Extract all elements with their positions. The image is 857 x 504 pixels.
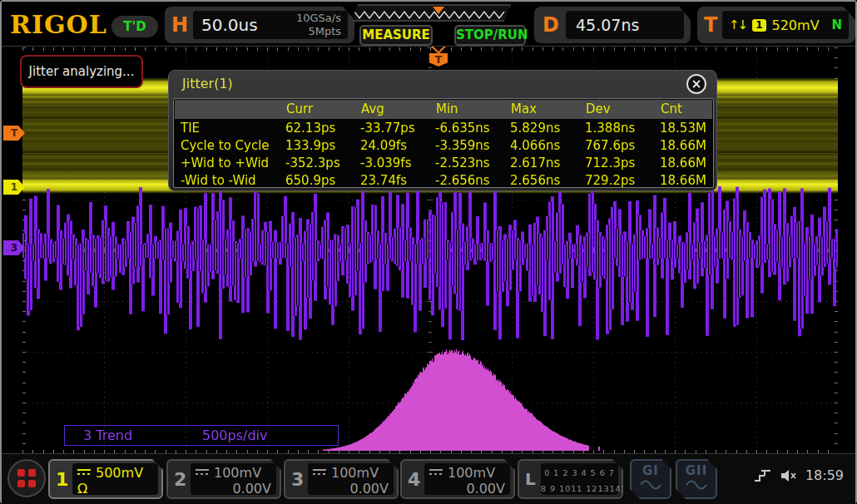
- channel-1-screen: 500mV Ω +640mV: [72, 463, 158, 495]
- channel-4-scale: 100mV: [448, 465, 495, 481]
- delay-label: D: [542, 13, 559, 37]
- channel-3-offset: 0.00V: [313, 481, 389, 497]
- table-row: +Wid to +Wid-352.3ps-3.039fs-2.523ns2.61…: [174, 155, 713, 172]
- col-max: Max: [511, 100, 586, 119]
- trigger-label: T: [704, 13, 717, 37]
- top-bar: RIGOL T'D H 50.0us 10GSa/s 5Mpts MEASURE…: [2, 2, 855, 47]
- trigger-screen: ↑↓ 1 520mV N: [722, 11, 849, 39]
- col-dev: Dev: [586, 100, 661, 119]
- trigger-mode: N: [831, 17, 842, 32]
- close-icon[interactable]: ×: [686, 74, 706, 94]
- trend-scale-label: 3 Trend 500ps/div: [64, 425, 339, 446]
- sample-rate: 10GSa/s: [296, 12, 341, 25]
- timebase-value: 50.0us: [201, 15, 258, 35]
- channel-2-number: 2: [174, 469, 186, 490]
- generator-2-button[interactable]: GII: [676, 459, 717, 499]
- dc-coupling-icon: [77, 469, 91, 476]
- digital-edge-icon: [754, 468, 772, 483]
- clock-time: 18:59: [805, 467, 844, 483]
- channel-4-offset: 0.00V: [429, 481, 505, 497]
- generator-1-label: GI: [632, 463, 670, 478]
- trigger-level-value: 520mV: [772, 17, 820, 33]
- channel-1-number: 1: [56, 469, 68, 490]
- dc-coupling-icon: [196, 469, 209, 476]
- delay-block[interactable]: D 45.07ns: [534, 7, 691, 43]
- logic-line1: 0 1 2 3 4 5 6 7: [541, 465, 618, 481]
- channel-4-screen: 100mV 0.00V: [424, 463, 510, 495]
- horizontal-screen: 50.0us 10GSa/s 5Mpts: [193, 11, 348, 39]
- dc-coupling-icon: [429, 469, 443, 476]
- table-row: -Wid to -Wid650.9ps23.74fs-2.656ns2.656n…: [174, 172, 713, 190]
- trigger-slope-icon: ↑↓: [729, 17, 746, 32]
- horizontal-block[interactable]: H 50.0us 10GSa/s 5Mpts: [165, 7, 354, 43]
- stop-run-button[interactable]: STOP/RUN: [454, 25, 526, 46]
- trigger-status-badge: T'D: [111, 16, 158, 37]
- channel-3-screen: 100mV 0.00V: [308, 463, 394, 495]
- bottom-bar: 1 500mV Ω +640mV 2 100mV 0.00V 3 100mV 0: [2, 454, 855, 504]
- channel-1-scale: 500mV: [96, 465, 143, 481]
- menu-button[interactable]: [7, 459, 46, 497]
- horizontal-label: H: [171, 13, 188, 37]
- table-row: TIE62.13ps-33.77ps-6.635ns5.829ns1.388ns…: [174, 120, 713, 137]
- measure-button[interactable]: MEASURE: [359, 25, 433, 46]
- trigger-block[interactable]: T ↑↓ 1 520mV N: [697, 7, 855, 43]
- trend-scale: 500ps/div: [202, 426, 268, 445]
- col-avg: Avg: [361, 100, 436, 119]
- channel-2-offset: 0.00V: [196, 481, 271, 497]
- channel-2-box[interactable]: 2 100mV 0.00V: [166, 459, 281, 499]
- table-row: Cycle to Cycle133.9ps24.09fs-3.359ns4.06…: [174, 137, 713, 155]
- jitter-panel-title: Jitter(1): [182, 76, 233, 91]
- channel-3-box[interactable]: 3 100mV 0.00V: [284, 459, 399, 499]
- jitter-analyzing-note: Jitter analyzing...: [20, 55, 143, 88]
- impedance-icon: Ω: [77, 481, 92, 497]
- col-min: Min: [436, 100, 511, 119]
- preview-position-icon: [433, 7, 444, 14]
- speaker-muted-icon[interactable]: [780, 468, 798, 483]
- trigger-position-marker[interactable]: T: [429, 48, 448, 70]
- delay-screen: 45.07ns: [566, 11, 684, 39]
- jitter-table: Curr Avg Min Max Dev Cnt TIE62.13ps-33.7…: [173, 98, 714, 188]
- waveform-preview-strip[interactable]: [351, 4, 511, 22]
- logic-channels-box[interactable]: L 0 1 2 3 4 5 6 7 8 9 1011 12131415: [518, 459, 623, 499]
- delay-value: 45.07ns: [576, 16, 639, 34]
- memory-depth: 5Mpts: [296, 25, 341, 38]
- acquisition-info: 10GSa/s 5Mpts: [296, 12, 341, 38]
- channel-4-number: 4: [408, 469, 420, 490]
- rigol-logo: RIGOL: [10, 10, 107, 39]
- channel-3-scale: 100mV: [331, 465, 379, 481]
- jitter-table-header: Curr Avg Min Max Dev Cnt: [175, 100, 712, 119]
- channel-2-scale: 100mV: [214, 465, 261, 481]
- trigger-position-icon: [431, 47, 446, 54]
- channel-4-box[interactable]: 4 100mV 0.00V: [400, 459, 515, 499]
- trigger-position-t-icon: T: [429, 53, 448, 67]
- channel-2-screen: 100mV 0.00V: [191, 463, 276, 495]
- generator-2-label: GII: [677, 463, 716, 478]
- channel-1-offset: +640mV: [77, 497, 136, 504]
- col-curr: Curr: [286, 100, 361, 119]
- status-area: 18:59: [754, 467, 844, 483]
- col-cnt: Cnt: [661, 100, 714, 119]
- jitter-panel: Jitter(1) × Curr Avg Min Max Dev Cnt TIE…: [168, 70, 717, 191]
- trigger-source-badge: 1: [752, 19, 765, 32]
- channel-3-number: 3: [291, 469, 304, 490]
- trend-channel: 3 Trend: [83, 426, 132, 445]
- logic-label: L: [525, 469, 536, 489]
- channel-1-box[interactable]: 1 500mV Ω +640mV: [48, 459, 163, 499]
- sine-icon: [640, 479, 661, 491]
- logic-screen: 0 1 2 3 4 5 6 7 8 9 1011 12131415: [541, 463, 618, 495]
- preview-zigzag-icon: [354, 8, 509, 22]
- menu-grid-icon: [17, 469, 36, 487]
- dc-coupling-icon: [313, 469, 326, 476]
- oscilloscope-screen: RIGOL T'D H 50.0us 10GSa/s 5Mpts MEASURE…: [0, 0, 857, 504]
- generator-1-button[interactable]: GI: [630, 459, 671, 499]
- logic-line2: 8 9 1011 12131415: [541, 481, 618, 497]
- sine-icon: [686, 479, 707, 491]
